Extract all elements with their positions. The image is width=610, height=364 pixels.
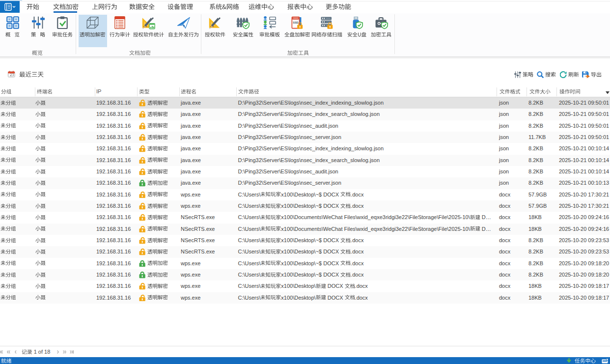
svg-text:SSD: SSD — [293, 21, 298, 24]
